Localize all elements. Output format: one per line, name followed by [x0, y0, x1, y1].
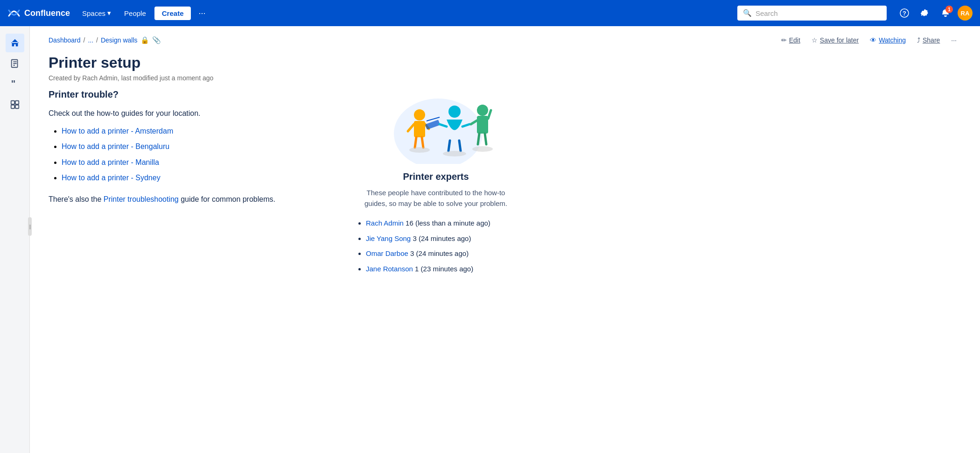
expert-item: Jane Rotanson 1 (23 minutes ago): [366, 264, 515, 275]
expert-item: Omar Darboe 3 (24 minutes ago): [366, 248, 515, 259]
svg-line-16: [415, 137, 416, 148]
experts-sidebar: Printer experts These people have contri…: [357, 89, 515, 279]
outro-paragraph: There's also the Printer troubleshooting…: [49, 193, 338, 205]
list-item: How to add a printer - Sydney: [62, 172, 338, 184]
svg-text:?: ?: [903, 10, 906, 17]
edit-icon: ✏: [781, 36, 787, 44]
svg-rect-13: [414, 121, 425, 137]
nav-more-button[interactable]: ···: [195, 6, 209, 21]
expert-item: Rach Admin 16 (less than a minute ago): [366, 218, 515, 229]
breadcrumb-design-walls[interactable]: Design walls: [101, 36, 138, 44]
expert-item: Jie Yang Song 3 (24 minutes ago): [366, 234, 515, 244]
spaces-menu-button[interactable]: Spaces ▾: [77, 6, 116, 20]
troubleshooting-link[interactable]: Printer troubleshooting: [104, 195, 179, 203]
left-sidebar: " ‖: [0, 26, 30, 453]
sidebar-collapse-handle[interactable]: ‖: [28, 217, 32, 236]
svg-line-29: [478, 134, 479, 144]
experts-description: These people have contributed to the how…: [357, 188, 515, 209]
nav-right-actions: ? 1 RA: [896, 5, 973, 21]
confluence-logo[interactable]: Confluence: [7, 7, 70, 20]
expert-rach-link[interactable]: Rach Admin: [366, 219, 404, 227]
sidebar-item-home[interactable]: [6, 34, 24, 52]
expert-jie-link[interactable]: Jie Yang Song: [366, 234, 411, 242]
star-icon: ☆: [812, 36, 818, 44]
experts-illustration: [371, 89, 501, 164]
breadcrumb-ellipsis[interactable]: ...: [88, 36, 93, 44]
attach-icon[interactable]: 📎: [152, 36, 161, 44]
svg-line-24: [459, 141, 461, 151]
svg-rect-26: [477, 116, 488, 134]
search-bar[interactable]: 🔍 Search: [737, 6, 887, 21]
edit-button[interactable]: ✏ Edit: [777, 34, 805, 47]
svg-rect-8: [15, 101, 18, 104]
svg-point-33: [472, 146, 493, 152]
sidebar-item-quotes[interactable]: ": [6, 75, 24, 93]
svg-line-30: [485, 134, 486, 144]
user-avatar[interactable]: RA: [958, 6, 973, 21]
bengaluru-link[interactable]: How to add a printer - Bengaluru: [62, 142, 169, 150]
watching-button[interactable]: 👁 Watching: [865, 34, 910, 47]
settings-button[interactable]: [917, 5, 933, 21]
top-navigation: Confluence Spaces ▾ People Create ··· 🔍 …: [0, 0, 980, 26]
main-layout: " ‖ Dashboard / ... / Design walls 🔒 📎: [0, 0, 980, 453]
breadcrumb-dashboard[interactable]: Dashboard: [49, 36, 81, 44]
breadcrumb-sep-1: /: [84, 36, 85, 44]
svg-point-25: [477, 105, 488, 116]
list-item: How to add a printer - Amsterdam: [62, 125, 338, 137]
section-title: Printer trouble?: [49, 89, 338, 100]
sidebar-item-pages[interactable]: [6, 54, 24, 73]
save-for-later-button[interactable]: ☆ Save for later: [807, 34, 863, 47]
svg-point-12: [414, 109, 425, 120]
svg-point-20: [448, 106, 461, 118]
expert-jane-link[interactable]: Jane Rotanson: [366, 265, 413, 273]
share-button[interactable]: ⤴ Share: [912, 34, 945, 47]
breadcrumb: Dashboard / ... / Design walls 🔒 📎 ✏ Edi…: [30, 26, 980, 47]
page-title: Printer setup: [49, 54, 961, 71]
content-area: Dashboard / ... / Design walls 🔒 📎 ✏ Edi…: [30, 26, 980, 453]
create-button[interactable]: Create: [154, 7, 191, 20]
list-item: How to add a printer - Manilla: [62, 156, 338, 169]
printer-links-list: How to add a printer - Amsterdam How to …: [49, 125, 338, 184]
help-button[interactable]: ?: [896, 5, 913, 21]
svg-line-17: [422, 137, 423, 148]
notifications-button[interactable]: 1: [937, 5, 954, 21]
svg-text:": ": [11, 79, 15, 89]
page-meta: Created by Rach Admin, last modified jus…: [49, 71, 961, 82]
expert-omar-link[interactable]: Omar Darboe: [366, 249, 408, 257]
eye-icon: 👁: [870, 36, 876, 44]
experts-title: Printer experts: [357, 171, 515, 182]
intro-paragraph: Check out the how-to guides for your loc…: [49, 107, 338, 120]
amsterdam-link[interactable]: How to add a printer - Amsterdam: [62, 127, 173, 135]
manilla-link[interactable]: How to add a printer - Manilla: [62, 158, 159, 166]
notification-badge: 1: [945, 6, 953, 13]
lock-icon[interactable]: 🔒: [140, 36, 149, 44]
logo-text: Confluence: [24, 8, 70, 18]
people-menu-button[interactable]: People: [119, 7, 151, 20]
sydney-link[interactable]: How to add a printer - Sydney: [62, 174, 161, 182]
page-body: Printer trouble? Check out the how-to gu…: [30, 82, 980, 279]
list-item: How to add a printer - Bengaluru: [62, 141, 338, 153]
page-main-content: Printer trouble? Check out the how-to gu…: [49, 89, 338, 279]
svg-rect-7: [11, 101, 14, 104]
experts-list: Rach Admin 16 (less than a minute ago) J…: [357, 218, 515, 274]
search-icon: 🔍: [743, 9, 752, 17]
svg-line-23: [448, 141, 450, 151]
share-icon: ⤴: [917, 36, 920, 44]
svg-rect-10: [15, 105, 18, 108]
svg-line-28: [488, 110, 491, 119]
svg-rect-9: [11, 105, 14, 108]
sidebar-item-tasks[interactable]: [6, 95, 24, 114]
svg-point-32: [443, 151, 466, 156]
more-actions-button[interactable]: ···: [946, 34, 961, 47]
svg-point-31: [409, 147, 430, 153]
breadcrumb-sep-2: /: [96, 36, 98, 44]
experts-panel: Printer experts These people have contri…: [357, 89, 515, 274]
